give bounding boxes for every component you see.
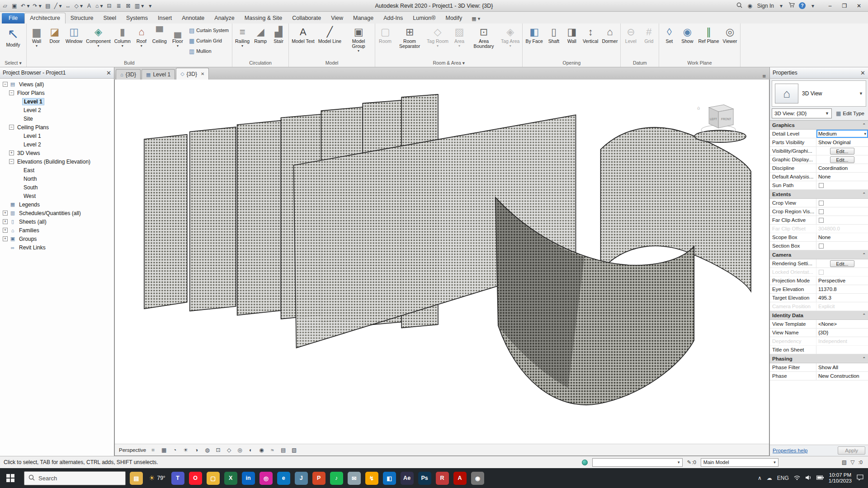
tree-item-site[interactable]: Site — [0, 114, 114, 123]
tree-item-revit-links[interactable]: ∞Revit Links — [0, 243, 114, 252]
tool-model-text[interactable]: AModel Text — [290, 24, 316, 44]
sign-in-button[interactable]: Sign In — [757, 3, 774, 9]
expander-icon[interactable]: − — [3, 82, 8, 87]
show-hidden-icons-chevron[interactable]: ∧ — [758, 475, 762, 481]
tool-column[interactable]: ▮Column▾ — [113, 24, 132, 48]
close-button[interactable]: ✕ — [852, 0, 866, 11]
expander-icon[interactable]: − — [9, 159, 14, 164]
tree-item-ceiling-plans[interactable]: −Ceiling Plans — [0, 123, 114, 131]
taskbar-app-vscode[interactable]: ◧ — [383, 472, 396, 485]
measure-icon[interactable]: ╱ ▾ — [54, 3, 62, 9]
tool-window[interactable]: ◫Window — [64, 24, 84, 44]
taskbar-app-camera[interactable]: ◉ — [471, 472, 484, 485]
tool-wall[interactable]: ◨Wall — [563, 24, 580, 44]
property-value-projection-mode[interactable]: Perspective — [816, 277, 868, 285]
3d-model-canvas[interactable]: ⌂ LEFT FRONT — [115, 80, 769, 455]
collapse-icon[interactable]: ⌃ — [862, 313, 866, 318]
sign-in-dropdown-icon[interactable]: ▾ — [778, 3, 784, 9]
tree-item-west[interactable]: West — [0, 192, 114, 200]
checkbox[interactable] — [819, 201, 824, 206]
taskbar-app-teams[interactable]: T — [171, 472, 184, 485]
view-tab-level-1-1[interactable]: ▦Level 1 — [142, 69, 175, 80]
close-hidden-windows-icon[interactable]: ⊠ — [125, 3, 132, 9]
tool-curtain-grid[interactable]: ▦Curtain Grid — [187, 36, 231, 46]
tool-door[interactable]: ◪Door — [46, 24, 63, 44]
apply-button[interactable]: Apply — [838, 446, 865, 455]
ribbon-tab-systems[interactable]: Systems — [121, 13, 153, 23]
taskbar-app-opera[interactable]: O — [189, 472, 202, 485]
edit-type-button[interactable]: ▦ Edit Type — [834, 109, 866, 118]
edit-button[interactable]: Edit... — [830, 260, 855, 267]
open-icon[interactable]: ▱ — [2, 3, 8, 9]
tree-item-level-1[interactable]: Level 1 — [0, 131, 114, 140]
section-header-phasing[interactable]: Phasing⌃ — [770, 354, 868, 363]
customize-quick-access-icon[interactable]: ▾ — [147, 3, 153, 9]
print-icon[interactable]: ▤ — [45, 3, 51, 9]
taskbar-app-folder[interactable]: ▢ — [207, 472, 220, 485]
view-tab-3d-2[interactable]: ◇{3D}✕ — [176, 68, 209, 80]
property-value-title-on-sheet[interactable] — [816, 346, 868, 354]
viewcube-front-label[interactable]: FRONT — [721, 117, 731, 121]
clock[interactable]: 10:07 PM 1/10/2023 — [829, 472, 852, 484]
taskbar-app-acrobat[interactable]: A — [453, 472, 467, 485]
selection-options-icon[interactable]: ▦ ▾ — [469, 14, 483, 23]
property-value-phase[interactable]: New Construction — [816, 372, 868, 380]
aligned-dimension-icon[interactable]: ↔ — [65, 3, 71, 9]
property-value-view-name[interactable]: {3D} — [816, 328, 868, 337]
expander-icon[interactable]: + — [3, 219, 8, 224]
property-value-crop-region-vis[interactable] — [816, 207, 868, 216]
exclude-options-icon[interactable]: ▧ — [842, 459, 847, 465]
temporary-hide-isolate-icon[interactable]: ◐ — [247, 446, 255, 454]
maximize-button[interactable]: ❐ — [837, 0, 852, 11]
tool-ramp[interactable]: ◢Ramp — [252, 24, 269, 44]
tool-floor[interactable]: ▄Floor▾ — [169, 24, 186, 48]
perforated-panels[interactable] — [144, 94, 751, 405]
editable-only-badge[interactable]: ✎ :0 — [687, 459, 696, 465]
tool-ceiling[interactable]: ▀Ceiling — [151, 24, 168, 44]
ribbon-tab-architecture[interactable]: Architecture — [24, 13, 66, 24]
property-value-far-clip-active[interactable] — [816, 216, 868, 224]
property-value-sun-path[interactable] — [816, 181, 868, 189]
tool-mullion[interactable]: ▥Mullion — [187, 46, 231, 56]
expander-icon[interactable]: − — [9, 90, 14, 95]
onedrive-icon[interactable]: ☁ — [767, 475, 772, 481]
section-icon[interactable]: ⊟ — [106, 3, 113, 9]
home-icon[interactable]: ⌂ — [697, 105, 700, 110]
taskbar-app-rstudio[interactable]: R — [436, 472, 449, 485]
checkbox[interactable] — [819, 218, 824, 223]
collapse-icon[interactable]: ⌃ — [862, 357, 866, 361]
close-view-icon[interactable]: ✕ — [201, 71, 204, 76]
tree-item-elevations-building-elevation[interactable]: −Elevations (Building Elevation) — [0, 157, 114, 166]
taskbar-app-java[interactable]: J — [295, 472, 308, 485]
expander-icon[interactable]: + — [9, 150, 14, 155]
tool-room-separator[interactable]: ⊞Room Separator — [395, 24, 425, 49]
property-value-view-template[interactable]: <None> — [816, 320, 868, 328]
tool-modify[interactable]: ↖Modify — [1, 24, 25, 47]
tool-shaft[interactable]: ▯Shaft — [545, 24, 562, 44]
tool-dormer[interactable]: ⌂Dormer — [600, 24, 619, 44]
tree-item-floor-plans[interactable]: −Floor Plans — [0, 89, 114, 97]
section-header-extents[interactable]: Extents⌃ — [770, 190, 868, 199]
property-value-graphic-display[interactable]: Edit... — [816, 155, 868, 164]
tool-room[interactable]: ▢Room — [377, 24, 394, 44]
property-value-rendering-setti[interactable]: Edit... — [816, 259, 868, 267]
ribbon-tab-analyze[interactable]: Analyze — [209, 13, 239, 23]
search-help-icon[interactable] — [736, 2, 743, 9]
property-value-visibility-graphi[interactable]: Edit... — [816, 147, 868, 155]
ribbon-tab-massing-site[interactable]: Massing & Site — [240, 13, 287, 23]
checkbox[interactable] — [819, 183, 824, 188]
taskbar-app-mail[interactable]: ✉ — [348, 472, 361, 485]
checkbox[interactable] — [819, 209, 824, 214]
weather-widget[interactable]: ☀79° — [147, 474, 167, 482]
expander-icon[interactable]: + — [3, 236, 8, 241]
collapse-icon[interactable]: ⌃ — [862, 253, 866, 257]
tag-by-category-icon[interactable]: ◇ ▾ — [74, 3, 83, 9]
properties-help-link[interactable]: Properties help — [773, 448, 807, 453]
worksharing-display-icon[interactable]: ≈ — [269, 446, 276, 454]
temporary-view-properties-icon[interactable]: ▤ — [279, 446, 287, 454]
property-value-eye-elevation[interactable]: 11370.8 — [816, 285, 868, 293]
tool-wall[interactable]: ▆Wall▾ — [28, 24, 45, 48]
ribbon-tab-view[interactable]: View — [326, 13, 348, 23]
save-icon[interactable]: ▣ — [11, 3, 18, 9]
ribbon-tab-modify[interactable]: Modify — [441, 13, 467, 23]
